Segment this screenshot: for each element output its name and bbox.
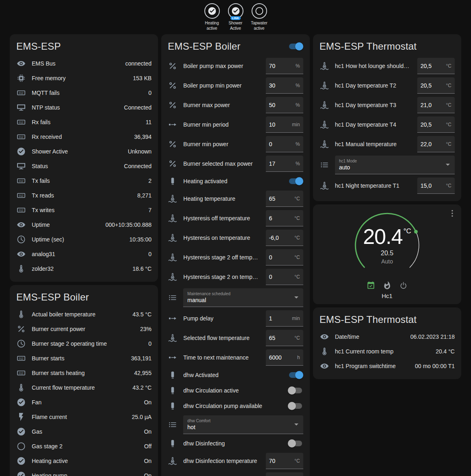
number-row[interactable]: Hysteresis stage 2 on temp…0°C [168,267,303,287]
number-row[interactable]: Burner selected max power17% [168,154,303,173]
entity-row[interactable]: analog310 [16,247,151,261]
toggle-row[interactable]: dhw Circulation active [168,383,303,398]
toggle-row[interactable]: dhw Circulation pump available [168,398,303,414]
number-input[interactable]: 1min [266,310,303,327]
number-input[interactable]: 17% [266,156,303,172]
entity-row[interactable]: Gas stage 2Off [16,439,151,454]
number-row[interactable]: hc1 Night temperature T115,0°C [320,176,455,195]
entity-row[interactable]: Flame current25.0 µA [16,410,151,424]
number-input[interactable]: 65°C [266,191,303,207]
number-input[interactable]: 0°C [266,249,303,265]
entity-row[interactable]: EMS Busconnected [16,56,151,71]
number-row[interactable]: hc1 Manual temperature22,0°C [320,134,455,154]
card-enable-toggle[interactable] [288,42,303,50]
number-input[interactable]: 6°C [266,210,303,226]
entity-row[interactable]: Tx reads8,271 [16,188,151,203]
toggle-switch[interactable] [288,386,303,395]
entity-row[interactable]: Heating activeOn [16,454,151,468]
number-input[interactable]: 22,0°C [417,136,455,152]
number-input[interactable]: 20,5°C [417,58,455,74]
select-input[interactable]: dhw Comforthot [183,415,303,434]
number-input[interactable]: 15,0°C [417,178,455,194]
number-input[interactable]: 20,5°C [417,116,455,133]
number-input[interactable]: -6,0°C [266,230,303,246]
select-row[interactable]: hc1 Modeauto [320,154,455,176]
fire-icon[interactable] [383,281,392,290]
badge-heating-active[interactable]: Heating active [201,3,223,31]
toggle-switch[interactable] [288,402,303,410]
entity-row[interactable]: Tx writes7 [16,203,151,217]
menu-dots-icon[interactable] [447,208,457,218]
number-input[interactable]: 40°C [266,472,303,476]
badge-shower-active[interactable]: LINK Shower Active [224,3,247,31]
entity-row[interactable]: Tx fails2 [16,173,151,188]
number-input[interactable]: 50% [266,97,303,113]
number-input[interactable]: 30% [266,77,303,94]
number-row[interactable]: Hysteresis stage 2 off temp…0°C [168,248,303,267]
number-row[interactable]: Selected flow temperature65°C [168,328,303,348]
number-row[interactable]: dhw Disinfection temperature70°C [168,451,303,471]
entity-row[interactable]: Burner stage 2 operating time0 [16,336,151,351]
toggle-switch[interactable] [288,371,303,379]
number-row[interactable]: Burner max power50% [168,95,303,115]
number-input[interactable]: 0°C [266,269,303,285]
toggle-switch[interactable] [288,177,303,185]
toggle-switch[interactable] [288,439,303,447]
number-input[interactable]: 70% [266,58,303,74]
entity-row[interactable]: Uptime (sec)10:35:00 [16,232,151,247]
entity-row[interactable]: zolder3218.6 °C [16,261,151,276]
entity-row[interactable]: Shower ActiveUnknown [16,144,151,159]
entity-row[interactable]: Date/time06.02.2023 21:18 [320,329,455,344]
number-row[interactable]: Pump delay1min [168,309,303,328]
number-row[interactable]: Hysteresis off temperature6°C [168,208,303,228]
entity-row[interactable]: GasOn [16,424,151,439]
number-input[interactable]: 70°C [266,453,303,469]
number-input[interactable]: 21,0°C [417,97,455,113]
calendar-sync-icon[interactable] [366,281,375,290]
entity-row[interactable]: Actual boiler temperature43.5 °C [16,307,151,322]
entity-row[interactable]: Heating pumpOn [16,468,151,476]
number-input[interactable]: 20,5°C [417,77,455,94]
toggle-row[interactable]: Heating activated [168,173,303,189]
entity-row[interactable]: Burner starts363,191 [16,351,151,366]
toggle-row[interactable]: dhw Disinfecting [168,436,303,451]
entity-row[interactable]: Uptime000+10:35:00.888 [16,217,151,232]
select-input[interactable]: hc1 Modeauto [335,156,455,174]
number-row[interactable]: dhw Flow temperature offset40°C [168,471,303,476]
entity-value: On [144,399,152,406]
entity-row[interactable]: hc1 Program switchtime00 mo 00:00 T1 [320,359,455,373]
entity-row[interactable]: Current flow temperature43.2 °C [16,380,151,395]
number-row[interactable]: hc1 Day temperature T220,5°C [320,76,455,95]
number-input[interactable]: 6000h [266,349,303,366]
entity-row[interactable]: Burner starts heating42,955 [16,366,151,380]
entity-row[interactable]: Burner current power23% [16,322,151,336]
number-row[interactable]: hc1 How hot lounge should…20,5°C [320,56,455,76]
number-row[interactable]: hc1 Day temperature T420,5°C [320,115,455,134]
power-icon[interactable] [399,281,408,290]
entity-row[interactable]: StatusConnected [16,159,151,173]
entity-row[interactable]: Rx fails11 [16,115,151,129]
entity-row[interactable]: Rx received36,394 [16,129,151,144]
entity-row[interactable]: hc1 Current room temp20.4 °C [320,344,455,359]
number-row[interactable]: Burner min period10min [168,115,303,134]
toggle-row[interactable]: dhw Activated [168,367,303,383]
select-row[interactable]: dhw Comforthot [168,414,303,436]
number-input[interactable]: 65°C [266,330,303,346]
number-row[interactable]: Hysteresis on temperature-6,0°C [168,228,303,248]
badge-tapwater-active[interactable]: Tapwater active [248,3,271,31]
number-row[interactable]: Boiler pump min power30% [168,76,303,95]
number-input[interactable]: 0% [266,136,303,152]
select-row[interactable]: Maintenance scheduledmanual [168,287,303,309]
select-input[interactable]: Maintenance scheduledmanual [183,288,303,307]
number-input[interactable]: 10min [266,116,303,133]
number-row[interactable]: Boiler pump max power70% [168,56,303,76]
number-row[interactable]: Burner min power0% [168,134,303,154]
entity-row[interactable]: FanOn [16,395,151,410]
number-row[interactable]: hc1 Day temperature T321,0°C [320,95,455,115]
number-row[interactable]: Heating temperature65°C [168,189,303,208]
thermostat-dial[interactable]: 20.4°C 20.5 Auto [351,209,423,281]
number-row[interactable]: Time to next maintenance6000h [168,348,303,367]
entity-row[interactable]: MQTT fails0 [16,86,151,100]
entity-row[interactable]: Free memory153 KB [16,71,151,86]
entity-row[interactable]: NTP statusConnected [16,100,151,115]
